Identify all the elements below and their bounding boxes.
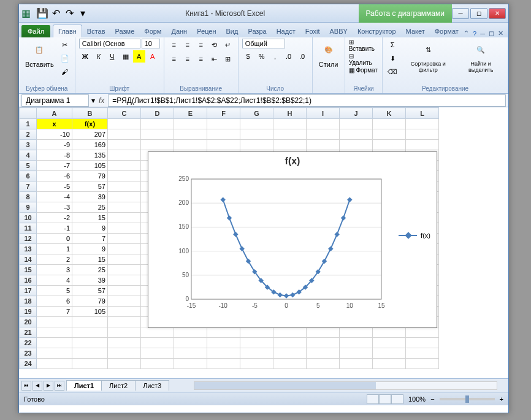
row-header-13[interactable]: 13 xyxy=(20,244,37,254)
cell[interactable] xyxy=(240,327,273,338)
cell-B6[interactable]: 79 xyxy=(72,171,108,181)
cell-A6[interactable]: -6 xyxy=(37,171,72,181)
horizontal-scrollbar[interactable] xyxy=(194,381,497,390)
col-header-D[interactable]: D xyxy=(141,108,174,119)
tab-nav-last[interactable]: ⏭ xyxy=(55,381,64,391)
zoom-in-button[interactable]: + xyxy=(500,395,503,403)
cell[interactable] xyxy=(406,140,439,150)
cell[interactable] xyxy=(340,327,373,338)
paste-button[interactable]: 📋 Вставить xyxy=(23,39,56,69)
col-header-G[interactable]: G xyxy=(240,108,273,119)
cell[interactable] xyxy=(108,119,141,129)
view-layout-button[interactable] xyxy=(379,394,391,404)
cell[interactable] xyxy=(141,338,174,348)
zoom-level[interactable]: 100% xyxy=(408,395,426,403)
view-normal-button[interactable] xyxy=(367,394,379,404)
workbook-minimize-icon[interactable]: ─ xyxy=(480,30,485,37)
cell[interactable] xyxy=(72,327,108,338)
cell[interactable] xyxy=(108,223,141,234)
cell[interactable] xyxy=(174,359,207,369)
bold-button[interactable]: Ж xyxy=(79,50,91,63)
workbook-close-icon[interactable]: ✕ xyxy=(498,29,503,37)
fill-color-button[interactable]: A xyxy=(133,50,145,63)
workbook-restore-icon[interactable]: ◻ xyxy=(489,29,494,37)
cell-B15[interactable]: 25 xyxy=(72,265,108,275)
cell[interactable] xyxy=(373,348,406,359)
name-box[interactable]: Диаграмма 1 xyxy=(21,94,89,107)
cell-B19[interactable]: 105 xyxy=(72,307,108,317)
cell-B7[interactable]: 57 xyxy=(72,181,108,192)
cell[interactable] xyxy=(240,119,273,129)
cell-B12[interactable]: 7 xyxy=(72,234,108,244)
col-header-F[interactable]: F xyxy=(207,108,240,119)
cell[interactable] xyxy=(273,140,307,150)
align-bottom-button[interactable]: ≡ xyxy=(195,39,207,51)
format-painter-button[interactable]: 🖌 xyxy=(59,66,71,78)
tab-nav-first[interactable]: ⏮ xyxy=(21,381,31,391)
cell[interactable] xyxy=(273,348,307,359)
cell[interactable] xyxy=(37,327,72,338)
comma-button[interactable]: , xyxy=(269,50,281,63)
cell-B2[interactable]: 207 xyxy=(72,129,108,140)
cell[interactable] xyxy=(108,171,141,181)
cell-A12[interactable]: 0 xyxy=(37,234,72,244)
cell-A10[interactable]: -2 xyxy=(37,213,72,223)
cell[interactable] xyxy=(340,140,373,150)
cell-B16[interactable]: 39 xyxy=(72,275,108,286)
cell[interactable] xyxy=(406,359,439,369)
fill-button[interactable]: ⬇ xyxy=(386,52,399,64)
font-color-button[interactable]: A xyxy=(147,50,159,63)
cell-B10[interactable]: 15 xyxy=(72,213,108,223)
italic-button[interactable]: К xyxy=(93,50,105,63)
align-right-button[interactable]: ≡ xyxy=(195,53,207,65)
cell[interactable] xyxy=(108,161,141,171)
chart-plot-area[interactable]: 050100150200250-15-10-5051015 xyxy=(167,173,388,314)
sort-filter-button[interactable]: ⇅ Сортировка и фильтр xyxy=(401,39,455,74)
cell[interactable] xyxy=(174,119,207,129)
row-header-7[interactable]: 7 xyxy=(20,181,37,192)
cell-B8[interactable]: 39 xyxy=(72,192,108,202)
cell[interactable] xyxy=(406,348,439,359)
cell[interactable] xyxy=(174,129,207,140)
cell-B18[interactable]: 79 xyxy=(72,296,108,307)
cell[interactable] xyxy=(406,327,439,338)
cell[interactable] xyxy=(373,327,406,338)
cell[interactable] xyxy=(108,327,141,338)
cell[interactable] xyxy=(108,359,141,369)
tab-file[interactable]: Файл xyxy=(21,25,50,37)
tab-foxit[interactable]: Foxit xyxy=(300,25,325,37)
cell[interactable] xyxy=(108,265,141,275)
undo-button[interactable]: ↶ xyxy=(50,8,61,19)
zoom-out-button[interactable]: − xyxy=(430,395,434,403)
tab-nav-prev[interactable]: ◀ xyxy=(32,381,42,391)
cell[interactable] xyxy=(72,359,108,369)
underline-button[interactable]: Ч xyxy=(106,50,118,63)
cell[interactable] xyxy=(108,234,141,244)
help-icon[interactable]: ? xyxy=(473,30,476,37)
qat-more-icon[interactable]: ▾ xyxy=(77,8,88,19)
cell[interactable] xyxy=(207,327,240,338)
row-header-14[interactable]: 14 xyxy=(20,254,37,265)
cell[interactable] xyxy=(174,327,207,338)
cell[interactable] xyxy=(108,150,141,161)
row-header-8[interactable]: 8 xyxy=(20,192,37,202)
cell[interactable] xyxy=(108,140,141,150)
save-button[interactable]: 💾 xyxy=(37,8,48,19)
percent-button[interactable]: % xyxy=(256,50,268,63)
cell-A11[interactable]: -1 xyxy=(37,223,72,234)
cell[interactable] xyxy=(406,119,439,129)
tab-addins[interactable]: Надст xyxy=(272,25,300,37)
close-button[interactable]: ✕ xyxy=(489,8,506,19)
wrap-text-button[interactable]: ↵ xyxy=(222,39,234,51)
row-header-18[interactable]: 18 xyxy=(20,296,37,307)
row-header-9[interactable]: 9 xyxy=(20,202,37,213)
cell[interactable] xyxy=(340,359,373,369)
cell[interactable] xyxy=(307,348,340,359)
cell-B17[interactable]: 57 xyxy=(72,286,108,296)
col-header-K[interactable]: K xyxy=(373,108,406,119)
cell[interactable] xyxy=(373,129,406,140)
cell-B14[interactable]: 15 xyxy=(72,254,108,265)
cell[interactable] xyxy=(307,119,340,129)
cell[interactable] xyxy=(307,359,340,369)
view-pagebreak-button[interactable] xyxy=(391,394,403,404)
